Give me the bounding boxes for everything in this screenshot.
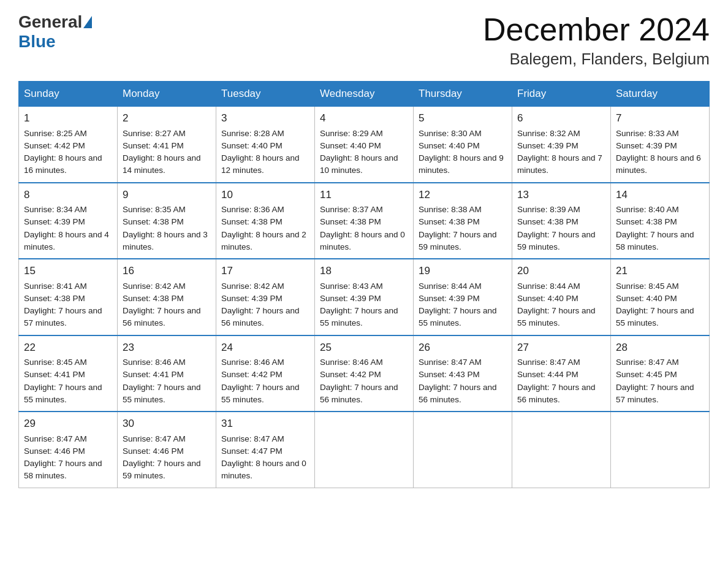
day-info: Sunrise: 8:43 AMSunset: 4:39 PMDaylight:… [320, 280, 408, 330]
calendar-subtitle: Balegem, Flanders, Belgium [483, 50, 710, 69]
calendar-cell: 13Sunrise: 8:39 AMSunset: 4:38 PMDayligh… [512, 183, 611, 259]
day-info: Sunrise: 8:42 AMSunset: 4:38 PMDaylight:… [123, 280, 211, 330]
calendar-cell: 17Sunrise: 8:42 AMSunset: 4:39 PMDayligh… [216, 259, 315, 335]
day-number: 16 [123, 263, 211, 279]
col-wednesday: Wednesday [315, 82, 414, 107]
day-number: 7 [616, 110, 704, 126]
calendar-cell: 4Sunrise: 8:29 AMSunset: 4:40 PMDaylight… [315, 107, 414, 183]
day-info: Sunrise: 8:47 AMSunset: 4:45 PMDaylight:… [616, 356, 704, 406]
day-info: Sunrise: 8:34 AMSunset: 4:39 PMDaylight:… [24, 204, 112, 253]
calendar-cell: 29Sunrise: 8:47 AMSunset: 4:46 PMDayligh… [19, 412, 118, 488]
day-info: Sunrise: 8:47 AMSunset: 4:46 PMDaylight:… [123, 433, 211, 483]
calendar-cell: 15Sunrise: 8:41 AMSunset: 4:38 PMDayligh… [19, 259, 118, 335]
calendar-cell: 30Sunrise: 8:47 AMSunset: 4:46 PMDayligh… [118, 412, 216, 488]
day-info: Sunrise: 8:46 AMSunset: 4:42 PMDaylight:… [221, 356, 309, 406]
calendar-cell: 24Sunrise: 8:46 AMSunset: 4:42 PMDayligh… [216, 335, 315, 412]
calendar-week-row: 1Sunrise: 8:25 AMSunset: 4:42 PMDaylight… [19, 107, 710, 183]
col-tuesday: Tuesday [216, 82, 315, 107]
day-number: 28 [616, 340, 704, 356]
calendar-cell: 27Sunrise: 8:47 AMSunset: 4:44 PMDayligh… [512, 335, 611, 412]
day-info: Sunrise: 8:36 AMSunset: 4:38 PMDaylight:… [221, 204, 309, 253]
calendar-cell: 23Sunrise: 8:46 AMSunset: 4:41 PMDayligh… [118, 335, 216, 412]
calendar-cell: 6Sunrise: 8:32 AMSunset: 4:39 PMDaylight… [512, 107, 611, 183]
day-number: 6 [517, 110, 605, 126]
calendar-week-row: 8Sunrise: 8:34 AMSunset: 4:39 PMDaylight… [19, 183, 710, 259]
day-info: Sunrise: 8:47 AMSunset: 4:43 PMDaylight:… [419, 356, 507, 406]
col-thursday: Thursday [414, 82, 512, 107]
calendar-cell: 5Sunrise: 8:30 AMSunset: 4:40 PMDaylight… [414, 107, 512, 183]
calendar-cell: 2Sunrise: 8:27 AMSunset: 4:41 PMDaylight… [118, 107, 216, 183]
day-number: 10 [221, 187, 309, 203]
day-number: 5 [419, 110, 507, 126]
calendar-cell: 31Sunrise: 8:47 AMSunset: 4:47 PMDayligh… [216, 412, 315, 488]
calendar-cell [512, 412, 611, 488]
header-row: Sunday Monday Tuesday Wednesday Thursday… [19, 82, 710, 107]
day-number: 4 [320, 110, 408, 126]
calendar-table: Sunday Monday Tuesday Wednesday Thursday… [18, 81, 710, 488]
calendar-week-row: 29Sunrise: 8:47 AMSunset: 4:46 PMDayligh… [19, 412, 710, 488]
calendar-cell: 1Sunrise: 8:25 AMSunset: 4:42 PMDaylight… [19, 107, 118, 183]
day-number: 23 [123, 340, 211, 356]
day-info: Sunrise: 8:29 AMSunset: 4:40 PMDaylight:… [320, 128, 408, 177]
calendar-cell: 20Sunrise: 8:44 AMSunset: 4:40 PMDayligh… [512, 259, 611, 335]
day-number: 18 [320, 263, 408, 279]
day-number: 20 [517, 263, 605, 279]
day-number: 17 [221, 263, 309, 279]
calendar-cell: 14Sunrise: 8:40 AMSunset: 4:38 PMDayligh… [611, 183, 710, 259]
calendar-cell: 9Sunrise: 8:35 AMSunset: 4:38 PMDaylight… [118, 183, 216, 259]
logo-triangle-icon [83, 16, 92, 28]
day-number: 2 [123, 110, 211, 126]
col-saturday: Saturday [611, 82, 710, 107]
day-info: Sunrise: 8:47 AMSunset: 4:46 PMDaylight:… [24, 433, 112, 483]
logo-blue-text: Blue [18, 32, 56, 51]
col-sunday: Sunday [19, 82, 118, 107]
logo-general-text: General [18, 12, 82, 32]
day-number: 12 [419, 187, 507, 203]
col-friday: Friday [512, 82, 611, 107]
day-info: Sunrise: 8:46 AMSunset: 4:42 PMDaylight:… [320, 356, 408, 406]
day-info: Sunrise: 8:30 AMSunset: 4:40 PMDaylight:… [419, 128, 507, 177]
calendar-cell [611, 412, 710, 488]
day-info: Sunrise: 8:32 AMSunset: 4:39 PMDaylight:… [517, 128, 605, 177]
day-number: 13 [517, 187, 605, 203]
day-number: 11 [320, 187, 408, 203]
calendar-cell: 12Sunrise: 8:38 AMSunset: 4:38 PMDayligh… [414, 183, 512, 259]
header: General Blue December 2024 Balegem, Flan… [18, 12, 710, 69]
day-info: Sunrise: 8:25 AMSunset: 4:42 PMDaylight:… [24, 128, 112, 177]
day-number: 29 [24, 416, 112, 432]
day-number: 14 [616, 187, 704, 203]
calendar-cell: 11Sunrise: 8:37 AMSunset: 4:38 PMDayligh… [315, 183, 414, 259]
day-number: 3 [221, 110, 309, 126]
day-number: 31 [221, 416, 309, 432]
day-number: 21 [616, 263, 704, 279]
day-number: 1 [24, 110, 112, 126]
day-number: 25 [320, 340, 408, 356]
calendar-week-row: 15Sunrise: 8:41 AMSunset: 4:38 PMDayligh… [19, 259, 710, 335]
day-info: Sunrise: 8:44 AMSunset: 4:40 PMDaylight:… [517, 280, 605, 330]
day-info: Sunrise: 8:40 AMSunset: 4:38 PMDaylight:… [616, 204, 704, 253]
day-info: Sunrise: 8:37 AMSunset: 4:38 PMDaylight:… [320, 204, 408, 253]
day-info: Sunrise: 8:35 AMSunset: 4:38 PMDaylight:… [123, 204, 211, 253]
calendar-cell [315, 412, 414, 488]
col-monday: Monday [118, 82, 216, 107]
calendar-cell: 22Sunrise: 8:45 AMSunset: 4:41 PMDayligh… [19, 335, 118, 412]
calendar-title: December 2024 [483, 12, 710, 47]
calendar-cell: 3Sunrise: 8:28 AMSunset: 4:40 PMDaylight… [216, 107, 315, 183]
calendar-cell: 19Sunrise: 8:44 AMSunset: 4:39 PMDayligh… [414, 259, 512, 335]
calendar-cell [414, 412, 512, 488]
day-info: Sunrise: 8:38 AMSunset: 4:38 PMDaylight:… [419, 204, 507, 253]
day-number: 9 [123, 187, 211, 203]
day-info: Sunrise: 8:45 AMSunset: 4:41 PMDaylight:… [24, 356, 112, 406]
calendar-week-row: 22Sunrise: 8:45 AMSunset: 4:41 PMDayligh… [19, 335, 710, 412]
day-info: Sunrise: 8:33 AMSunset: 4:39 PMDaylight:… [616, 128, 704, 177]
day-info: Sunrise: 8:42 AMSunset: 4:39 PMDaylight:… [221, 280, 309, 330]
title-section: December 2024 Balegem, Flanders, Belgium [483, 12, 710, 69]
day-number: 24 [221, 340, 309, 356]
calendar-cell: 25Sunrise: 8:46 AMSunset: 4:42 PMDayligh… [315, 335, 414, 412]
day-info: Sunrise: 8:27 AMSunset: 4:41 PMDaylight:… [123, 128, 211, 177]
day-info: Sunrise: 8:39 AMSunset: 4:38 PMDaylight:… [517, 204, 605, 253]
day-number: 19 [419, 263, 507, 279]
calendar-cell: 18Sunrise: 8:43 AMSunset: 4:39 PMDayligh… [315, 259, 414, 335]
day-info: Sunrise: 8:41 AMSunset: 4:38 PMDaylight:… [24, 280, 112, 330]
calendar-cell: 10Sunrise: 8:36 AMSunset: 4:38 PMDayligh… [216, 183, 315, 259]
